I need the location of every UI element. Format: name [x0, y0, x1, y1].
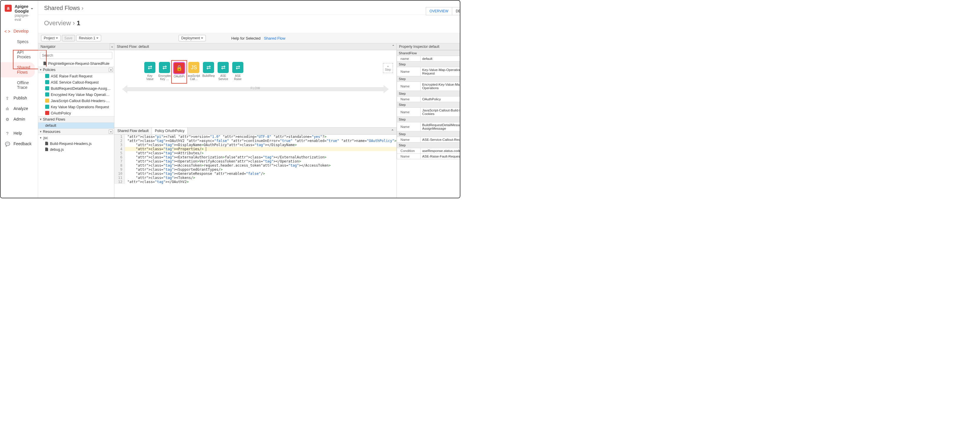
policy-item[interactable]: Encrypted Key Value Map Operati…: [38, 91, 114, 98]
step-caption: Encrypted Key …: [158, 74, 171, 81]
policy-item[interactable]: BuildRequestDetailMessage-Assig…: [38, 85, 114, 91]
resource-file[interactable]: debug.js: [38, 147, 114, 153]
chevron-down-icon: [31, 8, 33, 10]
policy-item[interactable]: JavaScript-Callout-Build-Headers-…: [38, 98, 114, 104]
inspector-value: ASE-Service-Callout-Request: [420, 137, 460, 142]
shared-flow-bundle[interactable]: PingIntelligence-Request-SharedRule: [38, 61, 114, 67]
inspector-key: Name: [397, 82, 420, 91]
step-caption: ASE Raise Fault …: [232, 74, 244, 81]
nav-develop[interactable]: < > Develop: [1, 26, 38, 37]
nav-feedback[interactable]: 💬 Feedback: [1, 139, 38, 149]
shared-flow-default[interactable]: default: [38, 123, 114, 128]
nav-offline-trace[interactable]: Offline Trace: [1, 77, 38, 93]
nav-publish[interactable]: ⇪ Publish: [1, 93, 38, 103]
help-icon: ?: [5, 131, 10, 136]
inspector-section: Step: [397, 62, 460, 67]
revision-number: 1: [76, 19, 80, 27]
add-step-button[interactable]: + Step: [383, 63, 393, 73]
collapse-navigator-button[interactable]: «: [110, 43, 115, 50]
property-inspector: Property Inspector default » SharedFlown…: [396, 43, 460, 198]
policy-item[interactable]: ASE Raise Fault Request: [38, 73, 114, 79]
flow-step[interactable]: ⇄ASE Service Call…: [217, 62, 229, 81]
add-policy-button[interactable]: +: [109, 68, 113, 72]
flow-step[interactable]: ⇄Key Value Map …: [144, 62, 156, 81]
flow-step[interactable]: ⇄ASE Raise Fault …: [232, 62, 244, 81]
inspector-key: name: [397, 56, 420, 62]
inspector-value: default: [420, 56, 460, 62]
policy-icon: [45, 86, 49, 90]
editor-tab-policy[interactable]: Policy OAuthPolicy: [152, 128, 188, 134]
collapse-editor-button[interactable]: ⌃: [388, 128, 396, 134]
inspector-value: aseResponse.status.code = 403: [420, 148, 460, 154]
nav-help[interactable]: ? Help: [1, 128, 38, 139]
inspector-section: Step: [397, 91, 460, 96]
flow-step[interactable]: ⇄BuildRequestDe…: [202, 62, 215, 81]
policy-icon: ⇄: [159, 62, 170, 73]
inspector-value: Encrypted-Key-Value-Map-Operations: [420, 82, 460, 91]
revision-header: Overview › 1 OVERVIEW DEVELOP: [38, 15, 460, 33]
add-resource-button[interactable]: +: [109, 130, 113, 134]
feedback-icon: 💬: [5, 141, 10, 147]
policy-icon: [45, 80, 49, 84]
org-name: Apigee Google: [15, 4, 30, 13]
policy-icon: [45, 74, 49, 78]
apigee-logo-icon: a: [5, 5, 12, 12]
policy-item[interactable]: OAuthPolicy: [38, 110, 114, 116]
inspector-section: Step: [397, 76, 460, 82]
navigator-header: Navigator «: [38, 43, 114, 50]
project-menu[interactable]: Project: [41, 35, 60, 42]
collapse-canvas-button[interactable]: ⌃: [392, 44, 395, 48]
breadcrumb-root[interactable]: Shared Flows: [44, 5, 80, 11]
file-icon: [43, 62, 46, 65]
flow-step[interactable]: JSavaScript-Call…: [188, 62, 200, 81]
save-button[interactable]: Save: [62, 35, 75, 42]
chevron-down-icon: [56, 38, 58, 39]
nav-specs[interactable]: Specs: [1, 37, 38, 47]
flow-step[interactable]: 🔒OAuthPolicy: [173, 62, 185, 82]
chevron-down-icon: ▼: [39, 118, 42, 121]
policy-icon: [45, 99, 49, 103]
policy-icon: ⇄: [218, 62, 229, 73]
org-switcher[interactable]: a Apigee Google piapigee-eval: [1, 1, 38, 24]
overview-link[interactable]: Overview: [44, 19, 71, 27]
org-env: piapigee-eval: [15, 13, 33, 22]
tab-develop[interactable]: DEVELOP: [452, 7, 460, 15]
nav-api-proxies[interactable]: API Proxies: [1, 47, 38, 62]
jsc-folder[interactable]: ▼ jsc: [38, 135, 114, 141]
deployment-menu[interactable]: Deployment: [178, 35, 206, 42]
policies-section[interactable]: ▼ Policies +: [38, 67, 114, 73]
policy-icon: [45, 93, 49, 96]
resource-file[interactable]: Build-Request-Headers.js: [38, 141, 114, 147]
nav-admin[interactable]: ⚙ Admin: [1, 114, 38, 125]
policy-icon: [45, 105, 49, 109]
resources-section[interactable]: ▼ Resources +: [38, 128, 114, 135]
step-caption: OAuthPolicy: [173, 75, 185, 81]
policy-item[interactable]: ASE Service Callout-Request: [38, 79, 114, 85]
policy-icon: ⇄: [144, 62, 156, 73]
step-caption: ASE Service Call…: [217, 74, 229, 81]
inspector-key: Condition: [397, 148, 420, 154]
step-caption: Key Value Map …: [144, 74, 156, 81]
shared-flows-section[interactable]: ▼ Shared Flows: [38, 116, 114, 123]
gear-icon: ⚙: [5, 117, 10, 122]
editor-tab-flow[interactable]: Shared Flow default: [115, 128, 152, 134]
policy-item[interactable]: Key Value Map Operations Request: [38, 104, 114, 110]
nav-shared-flows[interactable]: Shared Flows: [1, 62, 35, 77]
help-link[interactable]: Shared Flow: [264, 36, 285, 40]
revision-menu[interactable]: Revision 1: [76, 35, 101, 42]
inspector-section: Step: [397, 117, 460, 122]
navigator-search-input[interactable]: [40, 52, 112, 59]
breadcrumb: Shared Flows ›: [38, 1, 460, 15]
policy-icon: [45, 111, 49, 115]
code-icon: < >: [5, 29, 10, 34]
policy-icon: JS: [188, 62, 199, 73]
nav-analyze[interactable]: ılı Analyze: [1, 103, 38, 114]
chevron-down-icon: ▼: [39, 136, 42, 139]
policy-icon: 🔒: [173, 62, 185, 73]
flow-step[interactable]: ⇄Encrypted Key …: [158, 62, 171, 81]
tab-overview[interactable]: OVERVIEW: [426, 7, 452, 15]
toolbar: Project Save Revision 1 Deployment Help …: [38, 33, 460, 43]
code-editor[interactable]: 1"attr">class="pi"><?xml "attr">version=…: [115, 135, 396, 198]
chevron-down-icon: ▼: [39, 130, 42, 133]
inspector-value: OAuthPolicy: [420, 96, 460, 102]
